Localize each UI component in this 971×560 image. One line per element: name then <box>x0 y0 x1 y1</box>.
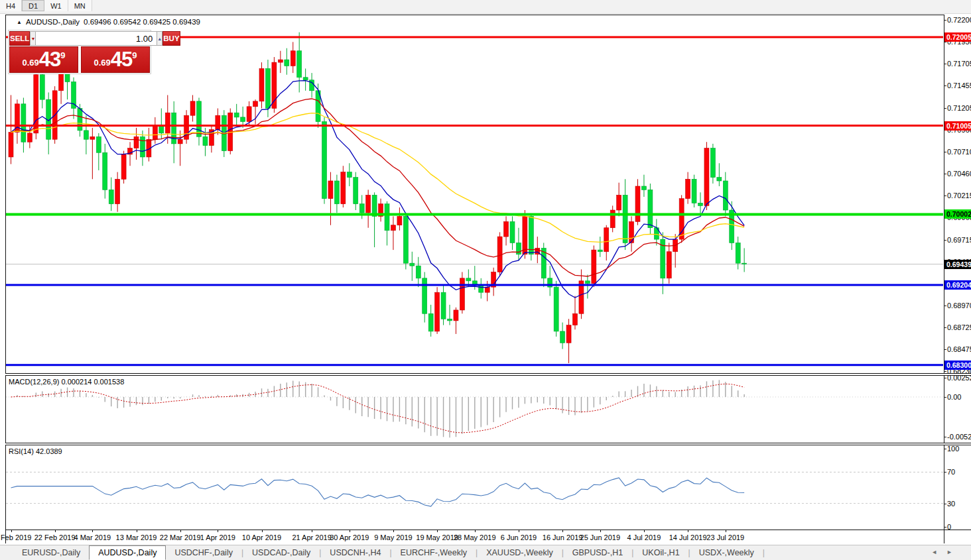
candle-body <box>265 68 270 108</box>
tab-audusd-daily[interactable]: AUDUSD-,Daily <box>89 545 166 560</box>
date-label: 10 Apr 2019 <box>242 533 281 541</box>
candle-body <box>347 172 352 178</box>
moving-average-52 <box>11 113 745 243</box>
tab-usdcnh-h4[interactable]: USDCNH-,H4 <box>321 547 389 559</box>
candle-body <box>466 278 471 281</box>
axis-tickmark <box>944 437 946 437</box>
buy-price-tile[interactable]: 0.69 45 9 <box>81 46 150 73</box>
tab-usdchf-daily[interactable]: USDCHF-,Daily <box>166 547 241 559</box>
date-tickmark <box>726 530 726 532</box>
date-label: 28 May 2019 <box>454 533 496 541</box>
rsi-tick-label: 30 <box>947 500 971 508</box>
date-tickmark <box>11 530 12 532</box>
date-label: 14 Jul 2019 <box>669 533 707 541</box>
level-price-badge: 0.69204 <box>944 280 971 290</box>
candle-body <box>172 113 176 144</box>
date-label: 21 Apr 2019 <box>292 533 331 541</box>
candle-body <box>516 243 521 254</box>
axis-tickmark <box>944 240 946 241</box>
date-tickmark <box>180 530 181 532</box>
axis-tickmark <box>944 152 946 152</box>
volume-increase-button[interactable]: ▲ <box>157 31 162 46</box>
candle-body <box>121 154 126 179</box>
tab-xauusd-weekly[interactable]: XAUUSD-,Weekly <box>478 547 561 559</box>
candle-body <box>554 287 558 331</box>
candle-body <box>197 101 202 137</box>
candle-body <box>153 126 157 139</box>
tab-eurchf-weekly[interactable]: EURCHF-,Weekly <box>392 547 476 559</box>
buy-button[interactable]: BUY <box>162 31 180 46</box>
candle-body <box>566 325 571 343</box>
candle-body <box>648 190 653 227</box>
candle-body <box>109 190 113 203</box>
candle-body <box>592 250 596 284</box>
candle-body <box>641 186 646 190</box>
candlestick-chart[interactable] <box>6 15 944 543</box>
price-tick-label: 0.71455 <box>947 82 971 90</box>
candle-body <box>259 68 264 101</box>
candle-body <box>610 210 615 228</box>
price-axis: 0.722000.719500.717050.714550.712050.709… <box>944 15 971 543</box>
one-click-trading-panel: SELL ▼ ▲ BUY 0.69 43 9 0.69 45 9 <box>8 30 151 74</box>
axis-tickmark <box>944 378 946 378</box>
rsi-tick-label: 100 <box>947 445 971 453</box>
tab-usdcad-daily[interactable]: USDCAD-,Daily <box>243 547 319 559</box>
timeframe-button-w1[interactable]: W1 <box>44 0 68 11</box>
macd-rsi-separator[interactable] <box>5 443 971 445</box>
date-label: 13 Mar 2019 <box>116 533 157 541</box>
candle-body <box>485 287 489 292</box>
buy-price-prefix: 0.69 <box>94 58 110 68</box>
tab-eurusd-daily[interactable]: EURUSD-,Daily <box>13 547 89 559</box>
rsi-pane-label: RSI(14) 42.0389 <box>9 447 62 455</box>
volume-decrease-button[interactable]: ▼ <box>30 31 36 46</box>
tab-gbpusd-h1[interactable]: GBPUSD-,H1 <box>564 547 631 559</box>
axis-tickmark <box>944 397 946 398</box>
date-tickmark <box>562 530 563 532</box>
macd-tick-label: 0.00 <box>947 393 971 402</box>
main-macd-separator[interactable] <box>5 373 971 376</box>
tab-scroll-left-icon[interactable]: ◄ <box>931 549 946 555</box>
timeframe-button-mn[interactable]: MN <box>68 0 92 11</box>
sell-button[interactable]: SELL <box>9 31 30 46</box>
candle-body <box>460 278 464 310</box>
date-label: 22 Mar 2019 <box>160 533 201 541</box>
candle-body <box>422 278 427 313</box>
candle-body <box>692 179 696 203</box>
sell-price-tile[interactable]: 0.69 43 9 <box>9 46 78 73</box>
date-tickmark <box>437 530 438 532</box>
candle-body <box>278 60 283 62</box>
candle-body <box>573 313 578 325</box>
candle-body <box>303 78 308 80</box>
candle-body <box>291 51 295 66</box>
volume-input[interactable] <box>36 31 157 46</box>
candle-body <box>397 216 402 225</box>
candle-body <box>366 195 371 213</box>
candle-body <box>253 101 258 107</box>
date-label: 23 Jul 2019 <box>706 533 744 541</box>
price-tick-label: 0.71705 <box>947 60 971 68</box>
macd-signal-line <box>11 384 745 433</box>
candle-body <box>403 216 408 263</box>
axis-tickmark <box>944 42 946 42</box>
buy-price-sup: 9 <box>132 50 137 60</box>
date-tickmark <box>475 530 476 532</box>
candle-body <box>635 186 640 221</box>
rsi-tick-label: 70 <box>947 468 971 476</box>
tab-scroll-right-icon[interactable]: ► <box>946 549 962 555</box>
candle-body <box>354 178 358 204</box>
timeframe-button-h4[interactable]: H4 <box>0 0 22 11</box>
date-tickmark <box>262 530 263 532</box>
tab-usdx-weekly[interactable]: USDX-,Weekly <box>690 547 763 559</box>
candle-body <box>90 137 95 139</box>
collapse-panel-arrow-icon[interactable]: ▲ <box>17 19 22 25</box>
tab-ukoil-h1[interactable]: UKOil-,H1 <box>633 547 688 559</box>
candle-body <box>441 292 446 319</box>
date-tickmark <box>55 530 56 532</box>
timeframe-button-d1[interactable]: D1 <box>22 0 44 11</box>
date-tickmark <box>92 530 93 532</box>
candle-body <box>190 101 195 115</box>
candle-body <box>341 172 346 204</box>
candle-body <box>140 137 145 157</box>
tab-scroll-arrows[interactable]: ◄► <box>931 549 962 555</box>
candle-body <box>704 148 709 206</box>
